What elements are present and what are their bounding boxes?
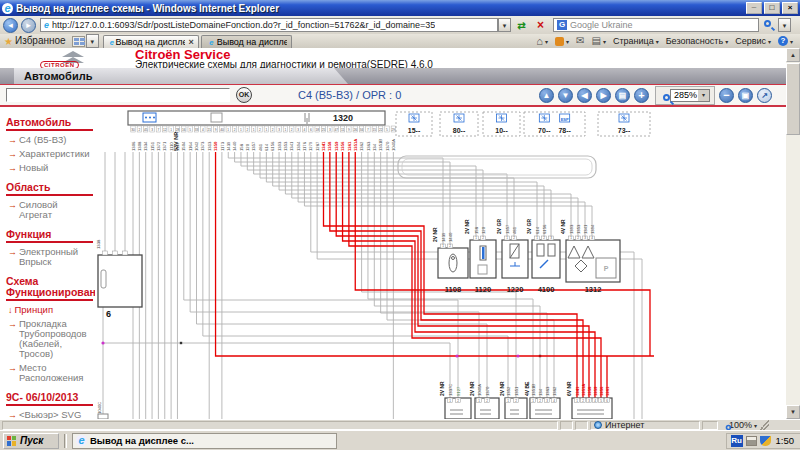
- minimize-button[interactable]: [746, 2, 762, 14]
- back-button[interactable]: [3, 18, 18, 33]
- component-1220[interactable]: 12201135724812V GR: [496, 219, 528, 294]
- close-button[interactable]: [782, 2, 798, 14]
- security-tray-icon[interactable]: [760, 436, 771, 446]
- safety-menu[interactable]: Безопасность: [666, 36, 728, 46]
- favorites-star-icon[interactable]: [4, 36, 13, 47]
- printer-tray-icon[interactable]: [746, 436, 757, 446]
- resize-grip[interactable]: [759, 420, 769, 430]
- module-10--[interactable]: 10--: [483, 112, 520, 136]
- svg-text:1040C: 1040C: [97, 402, 102, 414]
- tab-label: Вывод на дисплее схемы: [115, 37, 185, 47]
- zoom-out-button[interactable]: [719, 88, 734, 103]
- scrollbar-thumb[interactable]: [786, 63, 800, 135]
- scroll-down-button[interactable]: [786, 405, 800, 419]
- pan-left-button[interactable]: [577, 88, 592, 103]
- sidebar-item[interactable]: →Электронный Впрыск: [8, 247, 93, 267]
- module-73--[interactable]: 73--: [598, 112, 650, 136]
- maximize-button[interactable]: [764, 2, 780, 14]
- svg-text:1363: 1363: [366, 141, 371, 151]
- module-70---78--[interactable]: 70--78--ESP: [524, 112, 585, 136]
- fit-view-button[interactable]: [738, 88, 753, 103]
- forward-button[interactable]: [21, 18, 36, 33]
- print-schematic-button[interactable]: [615, 88, 630, 103]
- help-menu[interactable]: [778, 36, 793, 46]
- component-4100[interactable]: 410016142615633V GR: [526, 219, 560, 294]
- search-button[interactable]: [761, 18, 778, 33]
- svg-text:1: 1: [227, 128, 229, 132]
- pan-down-button[interactable]: [558, 88, 573, 103]
- svg-text:3: 3: [151, 128, 153, 132]
- refresh-button[interactable]: [513, 18, 530, 33]
- svg-text:1: 1: [285, 128, 287, 132]
- svg-text:1350: 1350: [213, 141, 218, 151]
- svg-text:28: 28: [176, 128, 180, 132]
- svg-text:1440: 1440: [448, 232, 453, 242]
- sidebar-item[interactable]: →Новый: [8, 163, 93, 173]
- svg-text:26: 26: [353, 128, 357, 132]
- pan-up-button[interactable]: [539, 88, 554, 103]
- sidebar-item[interactable]: →Силовой Агрегат: [8, 200, 93, 220]
- zoom-in-button[interactable]: [634, 88, 649, 103]
- tab-close-icon[interactable]: ×: [188, 37, 193, 47]
- vehicle-search-input[interactable]: [6, 88, 230, 102]
- language-indicator[interactable]: Ru: [731, 435, 743, 447]
- zone-label: Интернет: [605, 420, 644, 430]
- sidebar-item[interactable]: →C4 (B5-B3): [8, 135, 93, 145]
- svg-text:9127: 9127: [456, 386, 461, 396]
- address-dropdown[interactable]: [498, 18, 511, 32]
- vertical-scrollbar[interactable]: [786, 48, 800, 419]
- stop-button[interactable]: [532, 18, 549, 33]
- svg-text:ESP: ESP: [561, 117, 569, 122]
- svg-text:2V NR: 2V NR: [499, 381, 505, 396]
- tools-menu[interactable]: Сервис: [735, 36, 771, 46]
- sidebar-item[interactable]: →Место Расположения: [8, 363, 93, 383]
- rss-icon: [555, 37, 564, 46]
- sidebar-item[interactable]: →Характеристики: [8, 149, 93, 159]
- component-1320[interactable]: 1320: [128, 111, 385, 125]
- tab-vehicle[interactable]: Автомобиль: [14, 68, 348, 84]
- sidebar-item[interactable]: ↓Принцип: [8, 305, 93, 315]
- svg-text:1: 1: [240, 128, 242, 132]
- taskbar: Пуск e Вывод на дисплее с... Ru 1:50: [0, 430, 800, 450]
- connector-2V-NR-2[interactable]: 11352213512V NR: [499, 381, 527, 419]
- ok-button[interactable]: OK: [236, 87, 252, 103]
- sidebar-item[interactable]: →Прокладка Трубопроводов (Кабелей, Тросо…: [8, 319, 93, 359]
- start-button[interactable]: Пуск: [3, 433, 59, 449]
- mail-button[interactable]: [576, 35, 584, 47]
- component-1120[interactable]: 1120115821202V NR: [464, 219, 496, 294]
- component-1312[interactable]: 1312113932135331341413944V NRP: [560, 219, 620, 294]
- sidebar-item[interactable]: →<Вьюэр> SVG: [8, 410, 93, 419]
- sidebar-section-header: Автомобиль: [6, 117, 93, 131]
- svg-text:134: 134: [538, 388, 543, 396]
- open-window-button[interactable]: [757, 88, 772, 103]
- component-1108[interactable]: 110811439214402V NR: [432, 227, 468, 294]
- command-bar: Страница Безопасность Сервис: [536, 34, 800, 48]
- svg-text:6V NR: 6V NR: [566, 381, 572, 396]
- feeds-button[interactable]: [555, 37, 569, 46]
- taskbar-task-button[interactable]: e Вывод на дисплее с...: [72, 433, 337, 449]
- zoom-level-select[interactable]: 285%: [670, 89, 710, 102]
- module-15--[interactable]: 15--: [396, 112, 432, 136]
- connector-4V-BE-3[interactable]: 11351B213431363413624V BE: [524, 381, 560, 419]
- wiring-schematic[interactable]: 1320301306213084513343115171372121371111…: [95, 107, 786, 419]
- favorites-button[interactable]: Избранное: [15, 34, 66, 47]
- pan-right-button[interactable]: [596, 88, 611, 103]
- arrow-icon: →: [8, 163, 17, 173]
- page-zoom-control[interactable]: 100%: [722, 420, 757, 430]
- address-input[interactable]: e http://127.0.0.1:6093/Sdr/postListeDom…: [40, 18, 498, 32]
- module-80--[interactable]: 80--: [440, 112, 478, 136]
- connector-2V-NR-1[interactable]: 11040A213702V NR: [469, 381, 499, 419]
- search-input[interactable]: G Google Ukraine: [553, 18, 759, 32]
- scroll-up-button[interactable]: [786, 48, 800, 62]
- page-menu[interactable]: Страница: [613, 36, 659, 46]
- connector-2V-NR-0[interactable]: 11337C291272V NR: [439, 381, 471, 419]
- tab-list-dropdown[interactable]: [86, 34, 99, 48]
- zoom-icon: [663, 94, 670, 101]
- svg-text:481: 481: [512, 226, 517, 234]
- svg-text:1164: 1164: [188, 141, 193, 151]
- search-dropdown[interactable]: [778, 18, 791, 32]
- home-button[interactable]: [536, 35, 548, 48]
- quick-tabs-icon[interactable]: [72, 36, 85, 47]
- print-button[interactable]: [591, 35, 605, 47]
- component-6[interactable]: 61338: [96, 239, 142, 319]
